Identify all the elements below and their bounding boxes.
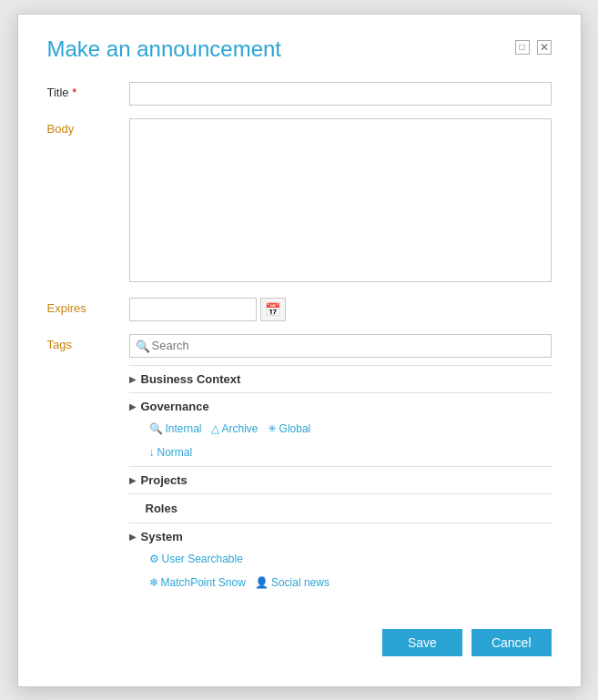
body-label: Body: [47, 118, 129, 136]
tag-item-internal-label: Internal: [166, 422, 202, 435]
tag-group-header-system[interactable]: ▶ System: [129, 523, 552, 550]
tag-group-projects: ▶ Projects: [129, 467, 552, 494]
body-field-wrap: [129, 118, 552, 285]
restore-button[interactable]: □: [515, 40, 530, 55]
expires-label: Expires: [47, 298, 129, 315]
tags-label: Tags: [47, 334, 129, 351]
tag-group-header-projects[interactable]: ▶ Projects: [129, 467, 552, 493]
calendar-icon: 📅: [265, 302, 280, 317]
required-star: *: [69, 86, 77, 99]
tag-item-global[interactable]: ✳ Global: [268, 422, 311, 435]
roles-label: Roles: [146, 502, 177, 515]
global-icon: ✳: [268, 422, 277, 435]
tag-group-header-business-context[interactable]: ▶ Business Context: [129, 366, 552, 392]
expires-field-wrap: 📅: [129, 298, 552, 321]
social-news-icon: 👤: [255, 576, 269, 589]
restore-icon: □: [519, 42, 524, 52]
chevron-right-icon-governance: ▶: [129, 401, 137, 411]
archive-icon: △: [211, 422, 219, 435]
tags-search-input[interactable]: [129, 334, 552, 358]
tag-group-system: ▶ System ⚙ User Searchable ❄: [129, 523, 552, 596]
title-field-wrap: [129, 82, 552, 106]
tag-item-social-news-label: Social news: [271, 576, 329, 589]
tag-item-internal[interactable]: 🔍 Internal: [149, 422, 202, 435]
dialog-title: Make an announcement: [47, 36, 282, 62]
chevron-right-icon-system: ▶: [129, 532, 137, 542]
tag-item-normal-label: Normal: [157, 446, 193, 459]
titlebar-controls: □ ✕: [515, 40, 552, 55]
search-box-wrap: 🔍: [129, 334, 552, 358]
tag-group-title-governance: Governance: [141, 400, 209, 413]
make-announcement-dialog: Make an announcement □ ✕ Title * Body Ex…: [17, 14, 582, 687]
expires-input[interactable]: [129, 298, 257, 321]
person-search-icon: 🔍: [149, 422, 163, 435]
tag-group-business-context: ▶ Business Context: [129, 366, 552, 393]
close-button[interactable]: ✕: [537, 40, 552, 55]
user-searchable-icon: ⚙: [149, 553, 159, 565]
title-input[interactable]: [129, 82, 552, 106]
body-row: Body: [47, 118, 552, 285]
tag-group-governance: ▶ Governance 🔍 Internal △ Archive: [129, 393, 552, 467]
tag-item-social-news[interactable]: 👤 Social news: [255, 576, 329, 589]
expires-row: Expires 📅: [47, 298, 552, 321]
tag-item-matchpoint-snow-label: MatchPoint Snow: [161, 576, 246, 589]
tag-group-title-system: System: [141, 530, 183, 543]
tag-item-global-label: Global: [279, 422, 311, 435]
tag-item-user-searchable-label: User Searchable: [162, 553, 243, 565]
dialog-titlebar: Make an announcement □ ✕: [47, 36, 552, 62]
tag-item-matchpoint-snow[interactable]: ❄ MatchPoint Snow: [149, 576, 246, 589]
dialog-footer: Save Cancel: [47, 629, 552, 656]
search-icon: 🔍: [136, 339, 150, 352]
matchpoint-snow-icon: ❄: [149, 576, 158, 589]
tag-item-archive-label: Archive: [222, 422, 258, 435]
chevron-right-icon-projects: ▶: [129, 475, 137, 485]
tag-group-items-governance: 🔍 Internal △ Archive ✳ Global: [129, 420, 552, 466]
title-label: Title *: [47, 82, 129, 99]
tags-row: Tags 🔍 ▶ Business Context: [47, 334, 552, 596]
tags-section: ▶ Business Context ▶ Governance 🔍 Int: [129, 365, 552, 596]
tag-group-items-system: ⚙ User Searchable ❄ MatchPoint Snow 👤: [129, 550, 552, 596]
normal-icon: ↓: [149, 446, 155, 459]
tags-field-wrap: 🔍 ▶ Business Context ▶ Governance: [129, 334, 552, 596]
cancel-button[interactable]: Cancel: [471, 629, 552, 656]
calendar-button[interactable]: 📅: [260, 298, 286, 321]
tag-item-normal[interactable]: ↓ Normal: [149, 446, 193, 459]
tag-item-archive[interactable]: △ Archive: [211, 422, 258, 435]
tag-item-user-searchable[interactable]: ⚙ User Searchable: [149, 553, 243, 565]
tag-group-title-projects: Projects: [141, 473, 188, 487]
tag-group-title-business-context: Business Context: [141, 372, 241, 386]
roles-row: Roles: [129, 494, 552, 523]
tag-group-header-governance[interactable]: ▶ Governance: [129, 393, 552, 420]
body-textarea[interactable]: [129, 118, 552, 282]
close-icon: ✕: [540, 41, 549, 54]
title-row: Title *: [47, 82, 552, 106]
chevron-right-icon: ▶: [129, 374, 137, 384]
save-button[interactable]: Save: [382, 629, 462, 656]
